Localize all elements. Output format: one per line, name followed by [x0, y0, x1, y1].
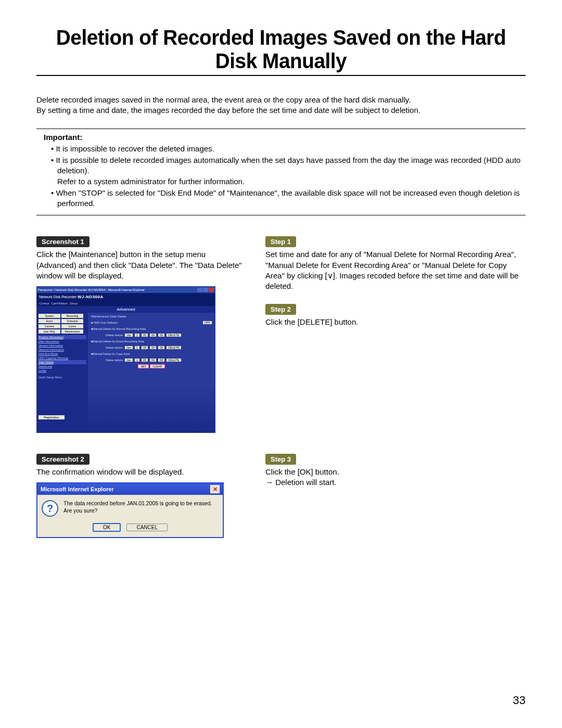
- btn-event[interactable]: Event: [39, 319, 60, 323]
- btn-comm[interactable]: Comm: [61, 324, 83, 328]
- delete-before-label: Delete before: [106, 334, 123, 337]
- intro-text: Delete recorded images saved in the norm…: [36, 95, 526, 116]
- delete-button[interactable]: DELETE: [167, 334, 181, 337]
- min-select[interactable]: 00: [158, 334, 164, 337]
- screenshot1-caption: Click the [Maintenance] button in the se…: [36, 249, 245, 281]
- day-select[interactable]: 1: [135, 346, 139, 349]
- link-data-delete[interactable]: Data Delete: [39, 360, 86, 364]
- dialog-message: The data recorded before JAN.01.2005 is …: [63, 500, 219, 514]
- month-select[interactable]: Jan: [125, 334, 133, 337]
- step1-badge: Step 1: [265, 236, 296, 247]
- link-save-load[interactable]: Save/Load: [39, 364, 86, 368]
- title-divider: [36, 75, 526, 76]
- important-block: Important: It is impossible to recover t…: [36, 129, 526, 216]
- important-item: It is possible to delete recorded images…: [51, 155, 526, 187]
- hour-select[interactable]: 00: [150, 359, 156, 362]
- step3-line2: → Deletion will start.: [265, 477, 526, 488]
- link-network-info[interactable]: Network Information: [39, 348, 86, 352]
- btn-system[interactable]: System: [39, 314, 60, 318]
- page-number: 33: [513, 694, 526, 707]
- btn-schedule[interactable]: Schedule: [61, 319, 83, 323]
- hour-select[interactable]: 00: [150, 346, 156, 349]
- delete-before-label: Delete before: [106, 359, 123, 362]
- delete-before-label: Delete before: [106, 346, 123, 349]
- row-event-area: ■Manual Delete for Event Recording Area: [91, 340, 144, 343]
- year-select[interactable]: 05: [142, 346, 148, 349]
- step3-line1: Click the [OK] button.: [265, 467, 526, 477]
- btn-camera[interactable]: Camera: [39, 324, 60, 328]
- link-disk-end-mode[interactable]: Disk End Mode: [39, 352, 86, 356]
- auto-deletion-select[interactable]: OFF: [203, 321, 212, 324]
- link-version-info[interactable]: Version Information: [39, 343, 86, 348]
- model-label: WJ-ND300A: [78, 295, 104, 299]
- step2-badge: Step 2: [265, 304, 296, 315]
- window-buttons: [197, 288, 214, 292]
- close-icon[interactable]: ✕: [210, 485, 220, 493]
- important-item: When "STOP" is selected for "Disk End Mo…: [51, 188, 526, 209]
- ok-button[interactable]: OK: [93, 523, 121, 532]
- screenshot2-badge: Screenshot 2: [36, 454, 90, 465]
- question-icon: ?: [42, 500, 58, 517]
- mode-camstatus[interactable]: Cam/Status: [51, 302, 67, 305]
- step3-badge: Step 3: [265, 454, 296, 465]
- min-select[interactable]: 00: [158, 359, 164, 362]
- screenshot1-badge: Screenshot 1: [36, 236, 90, 247]
- year-select[interactable]: 05: [142, 359, 148, 362]
- row-auto-deletion: ■ HDD Auto Deletion: [91, 321, 201, 324]
- dialog-title: Microsoft Internet Explorer: [41, 486, 114, 492]
- row-copy-area: ■Manual Delete for Copy Area: [91, 352, 130, 355]
- advanced-label: Advanced: [37, 306, 215, 313]
- delete-button[interactable]: DELETE: [167, 359, 181, 362]
- important-label: Important:: [36, 132, 526, 143]
- day-select[interactable]: 1: [135, 359, 139, 362]
- day-select[interactable]: 1: [135, 334, 139, 337]
- link-hdd-capacity[interactable]: HDD Capacity Warning: [39, 356, 86, 360]
- screenshot2-dialog: Microsoft Internet Explorer ✕ ? The data…: [36, 482, 224, 538]
- btn-maintenance[interactable]: Maintenance: [61, 329, 83, 334]
- header-prefix: Network Disk Recorder: [39, 295, 76, 299]
- set-button[interactable]: SET: [138, 364, 149, 368]
- quick-setup-link[interactable]: Quick Setup Menu: [39, 376, 86, 379]
- breadcrumb: Maintenance Data Delete: [91, 315, 212, 318]
- page-title: Deletion of Recorded Images Saved on the…: [44, 26, 518, 73]
- clear-button[interactable]: CLEAR: [150, 364, 164, 368]
- screenshot1-image: Panasonic / Network Disk Recorder WJ-ND3…: [36, 286, 215, 433]
- month-select[interactable]: Jan: [125, 346, 133, 349]
- ie-titlebar: Panasonic / Network Disk Recorder WJ-ND3…: [38, 288, 145, 291]
- mode-control[interactable]: Control: [39, 302, 49, 305]
- hour-select[interactable]: 00: [150, 334, 156, 337]
- mode-setup[interactable]: Setup: [70, 302, 78, 305]
- min-select[interactable]: 00: [158, 346, 164, 349]
- important-item: It is impossible to recover the deleted …: [51, 144, 526, 154]
- delete-button[interactable]: DELETE: [167, 346, 181, 349]
- btn-user[interactable]: User Mng.: [39, 329, 60, 334]
- link-disk-info[interactable]: Disk Information: [39, 339, 86, 343]
- btn-recording[interactable]: Recording: [61, 314, 83, 318]
- cancel-button[interactable]: CANCEL: [126, 523, 168, 531]
- year-select[interactable]: 05: [142, 334, 148, 337]
- row-normal-area: ■Manual Delete for Normal Recording Area: [91, 327, 146, 330]
- link-config[interactable]: config: [39, 368, 86, 373]
- step2-text: Click the [DELETE] button.: [265, 317, 526, 327]
- screenshot2-caption: The confirmation window will be displaye…: [36, 467, 245, 477]
- month-select[interactable]: Jan: [125, 359, 133, 362]
- link-product-info[interactable]: Product Information: [39, 335, 86, 339]
- step1-text: Set time and date for any of "Manual Del…: [265, 249, 526, 291]
- registration-button[interactable]: Registration: [39, 415, 65, 419]
